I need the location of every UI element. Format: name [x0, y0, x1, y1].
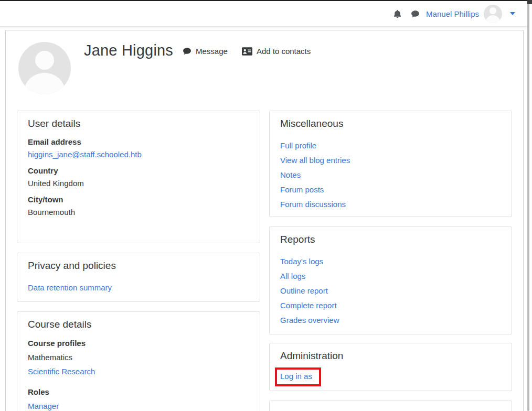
miscellaneous-card: Miscellaneous Full profile View all blog… — [269, 111, 512, 217]
message-bubble-icon — [183, 47, 191, 56]
course-item-mathematics: Mathematics — [28, 353, 249, 362]
country-label: Country — [28, 166, 249, 175]
window-corner — [527, 0, 532, 4]
course-details-card: Course details Course profiles Mathemati… — [17, 311, 260, 411]
forum-discussions-link[interactable]: Forum discussions — [280, 200, 501, 209]
course-details-title: Course details — [28, 319, 249, 331]
blog-entries-link[interactable]: View all blog entries — [280, 156, 501, 165]
city-label: City/town — [28, 195, 249, 204]
miscellaneous-title: Miscellaneous — [280, 118, 501, 130]
roles-label: Roles — [28, 387, 249, 396]
todays-logs-link[interactable]: Today's logs — [280, 257, 501, 266]
course-item-scientific-research[interactable]: Scientific Research — [28, 367, 249, 376]
messages-chat-icon[interactable] — [406, 5, 424, 23]
role-item-manager[interactable]: Manager — [28, 402, 249, 410]
message-button[interactable]: Message — [183, 47, 228, 56]
full-profile-link[interactable]: Full profile — [280, 142, 501, 150]
outline-report-link[interactable]: Outline report — [280, 287, 501, 295]
email-label: Email address — [28, 137, 249, 146]
highlight-annotation-box: Log in as — [275, 367, 321, 386]
city-value: Bournemouth — [28, 208, 249, 217]
all-logs-link[interactable]: All logs — [280, 272, 501, 280]
administration-title: Administration — [280, 350, 501, 362]
user-avatar[interactable] — [484, 5, 502, 23]
message-button-label: Message — [196, 47, 228, 56]
log-in-as-link[interactable]: Log in as — [280, 372, 312, 381]
complete-report-link[interactable]: Complete report — [280, 301, 501, 310]
scrollbar-thumb[interactable] — [527, 3, 529, 411]
partial-card — [269, 401, 512, 411]
main-region: Jane Higgins Message Add to contacts — [5, 30, 524, 411]
page-title: Jane Higgins — [84, 42, 173, 59]
profile-actions: Message Add to contacts — [183, 47, 311, 56]
privacy-card: Privacy and policies Data retention summ… — [17, 253, 260, 302]
user-details-title: User details — [28, 118, 249, 130]
top-navbar: Manuel Phillips — [0, 1, 527, 27]
add-to-contacts-button[interactable]: Add to contacts — [242, 47, 311, 56]
city-field: City/town Bournemouth — [28, 195, 249, 217]
administration-card: Administration Log in as — [269, 343, 512, 391]
privacy-title: Privacy and policies — [28, 260, 249, 272]
address-card-icon — [242, 47, 252, 56]
profile-avatar — [18, 42, 71, 94]
caret-down-icon[interactable] — [510, 12, 515, 15]
notifications-bell-icon[interactable] — [388, 5, 406, 23]
reports-title: Reports — [280, 234, 501, 246]
grades-overview-link[interactable]: Grades overview — [280, 316, 501, 325]
notes-link[interactable]: Notes — [280, 171, 501, 179]
data-retention-link[interactable]: Data retention summary — [28, 284, 249, 292]
user-details-card: User details Email address higgins_jane@… — [17, 111, 260, 243]
add-to-contacts-label: Add to contacts — [257, 47, 311, 56]
course-profiles-label: Course profiles — [28, 339, 249, 348]
email-field: Email address higgins_jane@staff.schoole… — [28, 137, 249, 159]
country-value: United Kingdom — [28, 179, 249, 188]
forum-posts-link[interactable]: Forum posts — [280, 186, 501, 194]
country-field: Country United Kingdom — [28, 166, 249, 188]
reports-card: Reports Today's logs All logs Outline re… — [269, 226, 512, 334]
user-menu-name[interactable]: Manuel Phillips — [426, 9, 479, 18]
email-link[interactable]: higgins_jane@staff.schooled.htb — [28, 150, 142, 159]
